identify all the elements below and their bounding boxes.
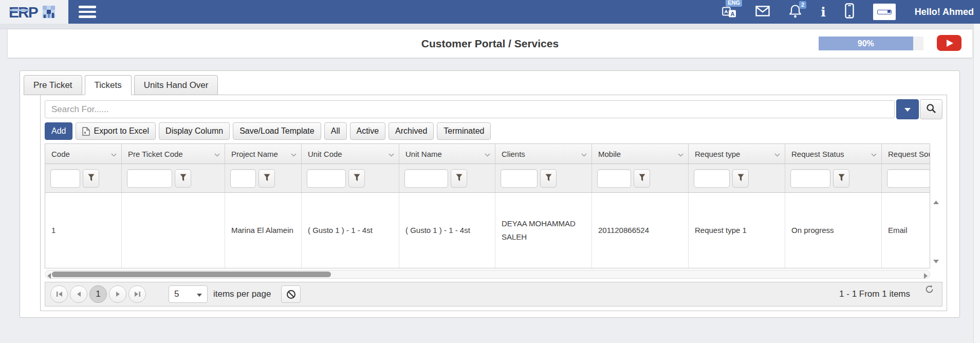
table-row[interactable]: 1Marina El Alamein( Gusto 1 ) - 1 - 4st(… <box>45 193 930 268</box>
chevron-down-icon[interactable] <box>871 150 877 158</box>
export-to-excel-button[interactable]: xExport to Excel <box>76 122 156 140</box>
tab-tickets[interactable]: Tickets <box>85 75 132 95</box>
scroll-right-icon[interactable] <box>924 272 928 281</box>
column-header-request-source[interactable]: Request Source <box>882 144 930 164</box>
column-header-code[interactable]: Code <box>45 144 122 164</box>
filter-input-unit-code[interactable] <box>307 169 346 188</box>
chevron-down-icon[interactable] <box>678 150 683 158</box>
button-label: Add <box>51 127 66 136</box>
mobile-app-button[interactable] <box>845 3 854 21</box>
filter-input-code[interactable] <box>50 169 80 188</box>
display-column-button[interactable]: Display Column <box>159 122 230 140</box>
cell-text: Request type 1 <box>695 224 747 237</box>
caret-down-icon <box>904 105 911 113</box>
funnel-icon <box>456 174 463 183</box>
chevron-down-icon[interactable] <box>581 150 587 158</box>
filter-input-clients[interactable] <box>501 169 538 188</box>
save-load-template-button[interactable]: Save/Load Template <box>233 122 321 140</box>
column-label: Request type <box>695 150 740 158</box>
info-icon: i <box>821 6 826 19</box>
envelope-icon <box>755 6 770 19</box>
tab-units-hand-over[interactable]: Units Hand Over <box>134 75 218 95</box>
progress-fill: 90% <box>819 37 913 50</box>
chevron-down-icon[interactable] <box>111 150 117 158</box>
cell-text: Email <box>888 224 908 237</box>
search-button[interactable] <box>920 99 942 119</box>
company-logo-chip[interactable] <box>873 4 896 20</box>
filter-funnel-button[interactable] <box>451 169 467 188</box>
refresh-icon[interactable] <box>925 285 934 296</box>
add-button[interactable]: Add <box>45 122 72 140</box>
column-header-request-type[interactable]: Request type <box>689 144 785 164</box>
notifications-button[interactable]: 2 <box>789 4 802 20</box>
vertical-scrollbar[interactable] <box>930 143 942 268</box>
progress-label: 90% <box>858 39 874 48</box>
filter-funnel-button[interactable] <box>348 169 365 188</box>
cell-text: DEYAA MOHAMMAD SALEH <box>502 217 586 244</box>
user-greeting[interactable]: Hello! Ahmed <box>915 7 974 17</box>
language-switcher-button[interactable]: ENG A <box>722 4 736 20</box>
filter-funnel-button[interactable] <box>258 169 275 188</box>
search-options-button[interactable] <box>896 99 919 119</box>
scroll-up-icon[interactable] <box>933 197 939 206</box>
ban-icon <box>286 290 296 299</box>
filter-funnel-button[interactable] <box>540 169 557 188</box>
column-header-project-name[interactable]: Project Name <box>225 144 302 164</box>
funnel-icon <box>264 174 270 183</box>
cell-request-type: Request type 1 <box>689 193 785 268</box>
filter-input-pre-ticket-code[interactable] <box>127 169 172 188</box>
next-page-button[interactable] <box>109 285 126 303</box>
filter-input-mobile[interactable] <box>597 169 631 188</box>
scroll-down-icon[interactable] <box>933 256 939 265</box>
filter-input-request-type[interactable] <box>694 169 730 188</box>
messages-button[interactable] <box>755 6 770 19</box>
filter-input-project-name[interactable] <box>230 169 256 188</box>
erp-logo[interactable]: ERP <box>0 0 68 24</box>
filter-funnel-button[interactable] <box>175 169 191 188</box>
tab-pre-ticket[interactable]: Pre Ticket <box>24 75 82 95</box>
first-page-button[interactable] <box>50 285 68 303</box>
button-label: Terminated <box>443 127 484 136</box>
terminated-button[interactable]: Terminated <box>437 122 491 140</box>
current-page-button[interactable]: 1 <box>89 285 107 303</box>
info-button[interactable]: i <box>821 6 826 19</box>
clear-filters-button[interactable] <box>281 285 301 303</box>
column-header-mobile[interactable]: Mobile <box>592 144 689 164</box>
search-input[interactable] <box>45 100 895 118</box>
scroll-left-icon[interactable] <box>47 272 51 281</box>
archived-button[interactable]: Archived <box>389 122 434 140</box>
filter-input-request-status[interactable] <box>790 169 830 188</box>
column-header-pre-ticket-code[interactable]: Pre Ticket Code <box>122 144 225 164</box>
chevron-down-icon[interactable] <box>214 150 220 158</box>
chevron-down-icon[interactable] <box>291 150 297 158</box>
cell-clients: DEYAA MOHAMMAD SALEH <box>495 193 592 268</box>
filter-input-unit-name[interactable] <box>404 169 448 188</box>
chevron-down-icon[interactable] <box>389 150 394 158</box>
filter-input-request-source[interactable] <box>887 169 930 188</box>
last-page-button[interactable] <box>128 285 146 303</box>
column-header-request-status[interactable]: Request Status <box>785 144 882 164</box>
cell-code: 1 <box>45 193 122 268</box>
chevron-down-icon[interactable] <box>485 150 490 158</box>
cell-text: ( Gusto 1 ) - 1 - 4st <box>308 224 373 237</box>
content-card: Pre TicketTicketsUnits Hand Over AddxExp… <box>20 70 960 318</box>
active-button[interactable]: Active <box>350 122 386 140</box>
column-header-unit-code[interactable]: Unit Code <box>302 144 399 164</box>
page-size-select[interactable]: 5 <box>169 285 208 303</box>
column-header-clients[interactable]: Clients <box>495 144 592 164</box>
browser-scrollbar[interactable] <box>973 24 980 343</box>
previous-page-button[interactable] <box>70 285 87 303</box>
svg-text:ERP: ERP <box>9 4 38 21</box>
filter-funnel-button[interactable] <box>732 169 749 188</box>
video-tutorial-button[interactable] <box>937 35 961 51</box>
chevron-down-icon[interactable] <box>774 150 780 158</box>
filter-funnel-button[interactable] <box>634 169 650 188</box>
mobile-icon <box>845 3 854 21</box>
hamburger-menu-icon[interactable] <box>79 6 96 18</box>
all-button[interactable]: All <box>324 122 347 140</box>
filter-funnel-button[interactable] <box>833 169 849 188</box>
scrollbar-thumb[interactable] <box>52 272 331 277</box>
horizontal-scrollbar[interactable] <box>45 270 930 279</box>
column-header-unit-name[interactable]: Unit Name <box>399 144 495 164</box>
filter-funnel-button[interactable] <box>83 169 99 188</box>
